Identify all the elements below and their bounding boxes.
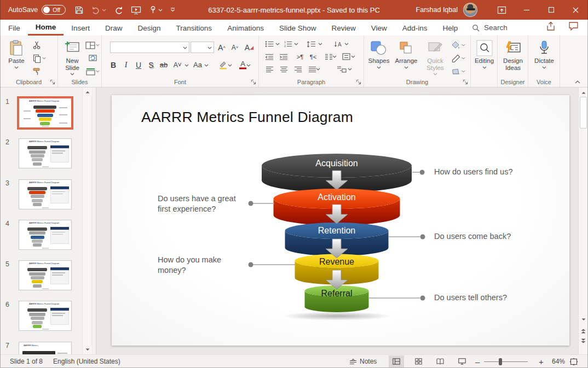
- text-direction-button[interactable]: A: [332, 38, 344, 50]
- ltr-button[interactable]: >¶: [294, 51, 306, 62]
- callout-text[interactable]: Do users have a great first experience?: [158, 194, 244, 214]
- reset-slide-button[interactable]: [85, 52, 100, 64]
- callout-text[interactable]: Do users tell others?: [434, 293, 507, 302]
- copy-button[interactable]: [31, 52, 43, 64]
- slide-thumbnail[interactable]: AARRR Metrics Funnel Diagram: [19, 301, 72, 331]
- quick-styles-button[interactable]: Quick Styles: [421, 37, 449, 75]
- tab-view[interactable]: View: [364, 20, 395, 36]
- scroll-down-button[interactable]: [579, 315, 588, 324]
- slide-layout-button[interactable]: [85, 39, 100, 51]
- font-name-combo[interactable]: [110, 42, 189, 53]
- slide-thumbnail[interactable]: AARRR Metrics Funnel Diagram: [19, 138, 72, 168]
- tab-slide-show[interactable]: Slide Show: [272, 20, 324, 36]
- slide-editing-area[interactable]: AARRR Metrics Funnel Diagram Acqu: [112, 95, 569, 346]
- zoom-level[interactable]: 64%: [552, 355, 565, 368]
- bold-button[interactable]: B: [107, 59, 119, 71]
- decrease-font-size-button[interactable]: A˅: [229, 42, 241, 53]
- next-slide-button[interactable]: [579, 336, 588, 345]
- tab-review[interactable]: Review: [324, 20, 363, 36]
- align-text-button[interactable]: [340, 51, 352, 62]
- section-button[interactable]: [85, 66, 100, 77]
- format-painter-button[interactable]: [31, 66, 43, 77]
- zoom-in-button[interactable]: +: [539, 355, 544, 368]
- zoom-slider-track[interactable]: [484, 361, 528, 362]
- character-spacing-button[interactable]: A˅: [171, 59, 183, 71]
- slide-thumbnail[interactable]: AARRR Metrics Funnel Diagram: [19, 220, 72, 250]
- scrollbar-thumb[interactable]: [580, 97, 587, 128]
- zoom-slider-thumb[interactable]: [499, 358, 502, 365]
- slide-thumbnail[interactable]: AARRR Metrics Funnel Diagram: [19, 98, 72, 128]
- align-left-button[interactable]: [263, 63, 275, 75]
- callout-text[interactable]: Do users come back?: [434, 232, 511, 241]
- notes-button[interactable]: Notes: [349, 355, 377, 368]
- shape-fill-button[interactable]: [451, 39, 466, 51]
- funnel-diagram[interactable]: Acquisition Activation Retention Revenue: [112, 95, 569, 346]
- thumbnail-scrollbar[interactable]: [82, 87, 92, 354]
- close-button[interactable]: [563, 0, 588, 20]
- language-indicator[interactable]: English (United States): [53, 355, 120, 368]
- user-avatar[interactable]: [463, 3, 477, 17]
- tab-animations[interactable]: Animations: [220, 20, 272, 36]
- cut-button[interactable]: [31, 39, 43, 51]
- slide-thumbnail[interactable]: AARRR Metrics Funnel Diagram: [19, 260, 72, 290]
- drawing-dialog-launcher[interactable]: [463, 79, 468, 85]
- tab-design[interactable]: Design: [130, 20, 169, 36]
- decrease-indent-button[interactable]: [263, 51, 275, 62]
- comments-icon[interactable]: [568, 21, 579, 31]
- tab-transitions[interactable]: Transitions: [169, 20, 220, 36]
- collapse-ribbon-button[interactable]: [575, 80, 580, 84]
- shape-effects-button[interactable]: [451, 66, 466, 77]
- new-slide-button[interactable]: New Slide: [59, 37, 85, 75]
- paragraph-dialog-launcher[interactable]: [356, 79, 361, 85]
- line-spacing-button[interactable]: [305, 38, 317, 50]
- increase-font-size-button[interactable]: A˄: [216, 42, 228, 53]
- maximize-button[interactable]: [539, 0, 563, 20]
- normal-view-button[interactable]: [389, 355, 404, 367]
- customize-quick-access-toolbar-button[interactable]: [170, 8, 175, 12]
- autosave-toggle[interactable]: Off: [42, 5, 66, 15]
- autosave-control[interactable]: AutoSave Off: [8, 5, 66, 15]
- tab-file[interactable]: File: [1, 20, 28, 36]
- ribbon-display-options-button[interactable]: [489, 0, 514, 20]
- thumbnail-scroll-up-button[interactable]: [83, 88, 92, 96]
- align-center-button[interactable]: [278, 63, 290, 75]
- shapes-button[interactable]: Shapes: [366, 37, 391, 69]
- numbering-button[interactable]: 12: [282, 38, 294, 50]
- increase-indent-button[interactable]: [278, 51, 290, 62]
- zoom-out-button[interactable]: –: [475, 355, 480, 368]
- slide-indicator[interactable]: Slide 1 of 8: [10, 355, 43, 368]
- main-vertical-scrollbar[interactable]: [578, 87, 588, 354]
- share-icon[interactable]: [546, 21, 557, 32]
- font-dialog-launcher[interactable]: [251, 79, 256, 85]
- slide-thumbnail[interactable]: AARRR Metrics Funnel Diagram: [19, 179, 72, 209]
- change-case-button[interactable]: Aa: [192, 59, 204, 71]
- tab-help[interactable]: Help: [435, 20, 466, 36]
- previous-slide-button[interactable]: [579, 326, 588, 335]
- search-box[interactable]: Search: [472, 20, 508, 36]
- callout-text[interactable]: How do you make money?: [158, 255, 234, 276]
- tab-draw[interactable]: Draw: [97, 20, 130, 36]
- tab-add-ins[interactable]: Add-ins: [395, 20, 435, 36]
- minimize-button[interactable]: [514, 0, 539, 20]
- slide-sorter-view-button[interactable]: [411, 355, 426, 367]
- touch-mouse-mode-button[interactable]: [149, 5, 163, 14]
- tab-home[interactable]: Home: [28, 20, 64, 36]
- redo-button[interactable]: [114, 6, 123, 14]
- scroll-up-button[interactable]: [579, 88, 588, 97]
- slide-show-button[interactable]: [454, 355, 470, 367]
- bullets-button[interactable]: [263, 38, 275, 50]
- fit-slide-to-window-button[interactable]: [569, 355, 578, 368]
- rtl-button[interactable]: ¶<: [307, 51, 319, 62]
- editing-button[interactable]: Editing: [472, 37, 497, 69]
- arrange-button[interactable]: Arrange: [393, 37, 420, 69]
- thumbnail-scroll-down-button[interactable]: [83, 346, 92, 354]
- convert-to-smartart-button[interactable]: [336, 63, 348, 75]
- clear-formatting-button[interactable]: A◢: [243, 42, 255, 53]
- underline-button[interactable]: U: [132, 59, 145, 71]
- clipboard-dialog-launcher[interactable]: [50, 79, 55, 85]
- start-presentation-button[interactable]: [131, 5, 141, 15]
- align-right-button[interactable]: [292, 63, 304, 75]
- italic-button[interactable]: I: [120, 59, 132, 71]
- paste-button[interactable]: Paste: [4, 37, 28, 69]
- save-button[interactable]: [74, 5, 84, 15]
